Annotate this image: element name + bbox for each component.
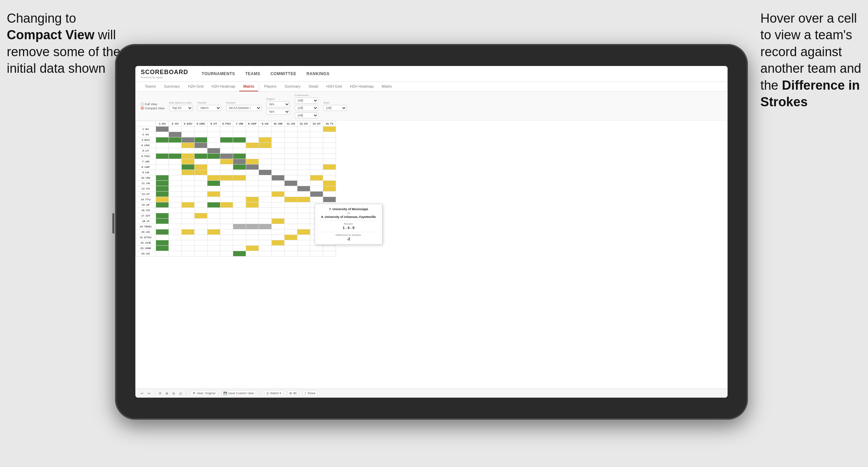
cell-1-3[interactable] — [182, 127, 195, 132]
cell-4-13[interactable] — [310, 143, 323, 148]
cell-13-2[interactable] — [169, 192, 182, 197]
cell-10-1[interactable] — [156, 175, 169, 181]
cell-11-9[interactable] — [259, 181, 272, 186]
tab-h2h-heatmap-left[interactable]: H2H Heatmap — [207, 82, 239, 91]
region-select2[interactable]: N/A — [266, 109, 290, 115]
cell-3-7[interactable] — [233, 137, 246, 143]
cell-17-12[interactable] — [297, 213, 310, 219]
cell-13-1[interactable] — [156, 192, 169, 197]
cell-18-4[interactable] — [195, 219, 207, 224]
cell-1-1[interactable] — [156, 127, 169, 132]
cell-8-10[interactable] — [272, 164, 285, 170]
cell-22-12[interactable] — [297, 240, 310, 246]
division-select[interactable]: NCAA Division I — [226, 105, 262, 111]
cell-6-14[interactable] — [323, 154, 336, 159]
cell-7-13[interactable] — [310, 159, 323, 164]
cell-10-11[interactable] — [285, 175, 297, 181]
cell-20-11[interactable] — [285, 229, 297, 235]
cell-8-8[interactable] — [246, 164, 259, 170]
cell-13-10[interactable] — [272, 192, 285, 197]
cell-23-7[interactable] — [233, 246, 246, 251]
cell-22-1[interactable] — [156, 240, 169, 246]
cell-3-3[interactable] — [182, 137, 195, 143]
cell-10-13[interactable] — [310, 175, 323, 181]
cell-14-6[interactable] — [220, 197, 233, 202]
cell-12-9[interactable] — [259, 186, 272, 192]
cell-1-11[interactable] — [285, 127, 297, 132]
cell-7-2[interactable] — [169, 159, 182, 164]
cell-11-4[interactable] — [195, 181, 207, 186]
cell-15-4[interactable] — [195, 202, 207, 208]
cell-24-1[interactable] — [156, 251, 169, 257]
cell-20-3[interactable] — [182, 229, 195, 235]
cell-2-8[interactable] — [246, 132, 259, 137]
device-button[interactable]: ⊞ 88 — [287, 391, 298, 396]
cell-2-5[interactable] — [207, 132, 220, 137]
cell-19-12[interactable] — [297, 224, 310, 229]
cell-3-2[interactable] — [169, 137, 182, 143]
cell-24-6[interactable] — [220, 251, 233, 257]
cell-9-12[interactable] — [297, 170, 310, 175]
cell-2-7[interactable] — [233, 132, 246, 137]
cell-19-11[interactable] — [285, 224, 297, 229]
cell-13-6[interactable] — [220, 192, 233, 197]
cell-4-4[interactable] — [195, 143, 207, 148]
cell-21-1[interactable] — [156, 235, 169, 240]
cell-6-13[interactable] — [310, 154, 323, 159]
cell-21-11[interactable] — [285, 235, 297, 240]
cell-4-5[interactable] — [207, 143, 220, 148]
cell-23-8[interactable] — [246, 246, 259, 251]
tab-teams[interactable]: Teams — [141, 82, 160, 91]
gender-select[interactable]: Men's — [198, 105, 221, 111]
cell-22-5[interactable] — [207, 240, 220, 246]
cell-3-11[interactable] — [285, 137, 297, 143]
cell-9-14[interactable] — [323, 170, 336, 175]
cell-20-4[interactable] — [195, 229, 207, 235]
cell-14-14[interactable] — [323, 197, 336, 202]
cell-6-9[interactable] — [259, 154, 272, 159]
cell-16-2[interactable] — [169, 208, 182, 213]
cell-6-10[interactable] — [272, 154, 285, 159]
cell-21-5[interactable] — [207, 235, 220, 240]
cell-8-11[interactable] — [285, 164, 297, 170]
cell-16-5[interactable] — [207, 208, 220, 213]
cell-21-3[interactable] — [182, 235, 195, 240]
cell-5-3[interactable] — [182, 148, 195, 154]
cell-17-3[interactable] — [182, 213, 195, 219]
full-view-radio[interactable]: Full View — [141, 103, 164, 106]
cell-3-4[interactable] — [195, 137, 207, 143]
cell-9-1[interactable] — [156, 170, 169, 175]
cell-17-5[interactable] — [207, 213, 220, 219]
cell-13-5[interactable] — [207, 192, 220, 197]
cell-9-9[interactable] — [259, 170, 272, 175]
cell-10-8[interactable] — [246, 175, 259, 181]
cell-5-4[interactable] — [195, 148, 207, 154]
cell-22-6[interactable] — [220, 240, 233, 246]
cell-10-3[interactable] — [182, 175, 195, 181]
cell-4-7[interactable] — [233, 143, 246, 148]
cell-21-9[interactable] — [259, 235, 272, 240]
nav-teams[interactable]: TEAMS — [245, 70, 261, 77]
cell-9-2[interactable] — [169, 170, 182, 175]
cell-8-9[interactable] — [259, 164, 272, 170]
cell-14-1[interactable] — [156, 197, 169, 202]
cell-7-6[interactable] — [220, 159, 233, 164]
cell-6-6[interactable] — [220, 154, 233, 159]
cell-12-3[interactable] — [182, 186, 195, 192]
cell-23-9[interactable] — [259, 246, 272, 251]
cell-1-12[interactable] — [297, 127, 310, 132]
cell-5-2[interactable] — [169, 148, 182, 154]
cell-24-9[interactable] — [259, 251, 272, 257]
cell-15-12[interactable] — [297, 202, 310, 208]
cell-18-8[interactable] — [246, 219, 259, 224]
cell-24-14[interactable] — [323, 251, 336, 257]
cell-13-9[interactable] — [259, 192, 272, 197]
cell-24-4[interactable] — [195, 251, 207, 257]
cell-15-7[interactable] — [233, 202, 246, 208]
cell-6-11[interactable] — [285, 154, 297, 159]
cell-14-2[interactable] — [169, 197, 182, 202]
nav-committee[interactable]: COMMITTEE — [270, 70, 296, 77]
cell-16-8[interactable] — [246, 208, 259, 213]
cell-5-6[interactable] — [220, 148, 233, 154]
cell-11-8[interactable] — [246, 181, 259, 186]
